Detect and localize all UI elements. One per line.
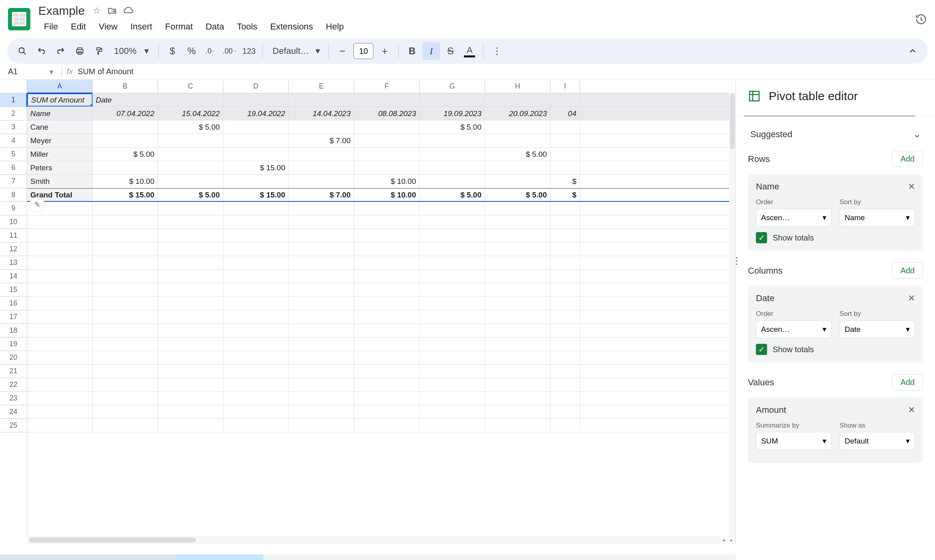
cell[interactable] xyxy=(485,202,550,215)
cell[interactable]: Date xyxy=(93,93,158,106)
decrease-font-icon[interactable]: − xyxy=(333,42,351,60)
cell[interactable] xyxy=(289,175,354,188)
cell[interactable] xyxy=(354,419,420,432)
panel-drag-handle[interactable]: ⋮ xyxy=(732,255,742,266)
cell[interactable] xyxy=(485,270,550,283)
cell[interactable] xyxy=(27,365,93,378)
row-header[interactable]: 23 xyxy=(0,392,27,405)
cell[interactable] xyxy=(485,297,550,310)
cell[interactable] xyxy=(27,337,93,351)
cell[interactable] xyxy=(93,405,158,418)
cell[interactable] xyxy=(27,283,93,296)
cell[interactable] xyxy=(420,148,485,161)
cell[interactable] xyxy=(354,148,420,161)
cell[interactable] xyxy=(485,120,550,134)
cell[interactable] xyxy=(550,283,580,296)
cell[interactable] xyxy=(158,161,223,174)
cell[interactable] xyxy=(27,256,93,269)
undo-icon[interactable] xyxy=(33,42,50,60)
cell[interactable] xyxy=(550,419,580,432)
cols-order-select[interactable]: Ascen…▾ xyxy=(756,320,832,338)
menu-tools[interactable]: Tools xyxy=(231,19,263,34)
cell[interactable] xyxy=(354,351,420,364)
font-size-input[interactable] xyxy=(353,43,373,59)
cell[interactable] xyxy=(420,243,485,256)
cell[interactable] xyxy=(289,148,354,161)
cell[interactable]: 07.04.2022 xyxy=(93,107,158,120)
cell[interactable] xyxy=(289,270,354,283)
add-columns-button[interactable]: Add xyxy=(892,262,923,279)
cell[interactable] xyxy=(354,93,420,106)
cell[interactable]: Peters xyxy=(27,161,93,174)
cell[interactable] xyxy=(550,256,580,269)
cell[interactable] xyxy=(289,161,354,174)
row-header[interactable]: 22 xyxy=(0,378,27,392)
cell[interactable] xyxy=(93,215,158,229)
rows-sortby-select[interactable]: Name▾ xyxy=(840,209,915,227)
cell[interactable] xyxy=(354,392,420,405)
redo-icon[interactable] xyxy=(52,42,69,60)
cell[interactable]: $ 10.00 xyxy=(354,189,420,201)
print-icon[interactable] xyxy=(71,42,89,60)
cell[interactable] xyxy=(289,310,354,323)
cell[interactable] xyxy=(93,243,158,256)
cell[interactable] xyxy=(289,351,354,364)
cell[interactable] xyxy=(354,134,420,147)
cell[interactable] xyxy=(223,337,289,351)
cell[interactable] xyxy=(93,202,158,215)
close-icon[interactable]: ✕ xyxy=(908,181,915,192)
cells[interactable]: SUM of AmountDateName07.04.202215.04.202… xyxy=(27,93,729,536)
cell[interactable] xyxy=(420,229,485,242)
cell[interactable]: $ 5.00 xyxy=(485,148,550,161)
cell[interactable] xyxy=(223,392,289,405)
cell[interactable]: 14.04.2023 xyxy=(289,107,354,120)
cell[interactable] xyxy=(354,283,420,296)
cell[interactable] xyxy=(550,378,580,391)
cell[interactable] xyxy=(289,283,354,296)
cell[interactable] xyxy=(420,365,485,378)
cell[interactable] xyxy=(485,283,550,296)
menu-file[interactable]: File xyxy=(38,19,63,34)
cell[interactable] xyxy=(158,337,223,351)
row-header[interactable]: 11 xyxy=(0,229,27,243)
cell[interactable] xyxy=(420,175,485,188)
currency-icon[interactable]: $ xyxy=(164,42,181,60)
cell[interactable] xyxy=(485,310,550,323)
percent-icon[interactable]: % xyxy=(183,42,200,60)
row-header[interactable]: 5 xyxy=(0,148,27,161)
cell[interactable]: $ xyxy=(550,175,580,188)
menu-data[interactable]: Data xyxy=(200,19,229,34)
cell[interactable] xyxy=(223,405,289,418)
col-header[interactable]: C xyxy=(158,80,223,93)
row-header[interactable]: 24 xyxy=(0,405,27,419)
cell[interactable] xyxy=(223,120,289,134)
cell[interactable] xyxy=(485,324,550,337)
cell[interactable] xyxy=(420,392,485,405)
italic-icon[interactable]: I xyxy=(422,42,440,60)
doc-title[interactable]: Example xyxy=(38,4,85,18)
cell[interactable] xyxy=(93,324,158,337)
row-header[interactable]: 15 xyxy=(0,283,27,297)
cell[interactable] xyxy=(354,297,420,310)
cell[interactable] xyxy=(223,378,289,391)
cell[interactable] xyxy=(93,134,158,147)
cell[interactable] xyxy=(420,93,485,106)
cols-sortby-select[interactable]: Date▾ xyxy=(840,320,915,338)
cell[interactable] xyxy=(158,148,223,161)
cell[interactable] xyxy=(27,351,93,364)
cell[interactable]: $ 5.00 xyxy=(420,189,485,201)
cell[interactable] xyxy=(27,419,93,432)
row-header[interactable]: 20 xyxy=(0,351,27,365)
cell[interactable]: $ 5.00 xyxy=(93,148,158,161)
col-header[interactable]: D xyxy=(223,80,289,93)
cell[interactable] xyxy=(289,337,354,351)
cell[interactable] xyxy=(223,148,289,161)
row-header[interactable]: 7 xyxy=(0,175,27,188)
cell[interactable] xyxy=(354,256,420,269)
menu-insert[interactable]: Insert xyxy=(125,19,158,34)
cloud-icon[interactable] xyxy=(123,6,134,16)
cell[interactable] xyxy=(223,175,289,188)
cell[interactable] xyxy=(354,120,420,134)
col-header[interactable]: A xyxy=(27,80,93,93)
row-header[interactable]: 10 xyxy=(0,215,27,229)
